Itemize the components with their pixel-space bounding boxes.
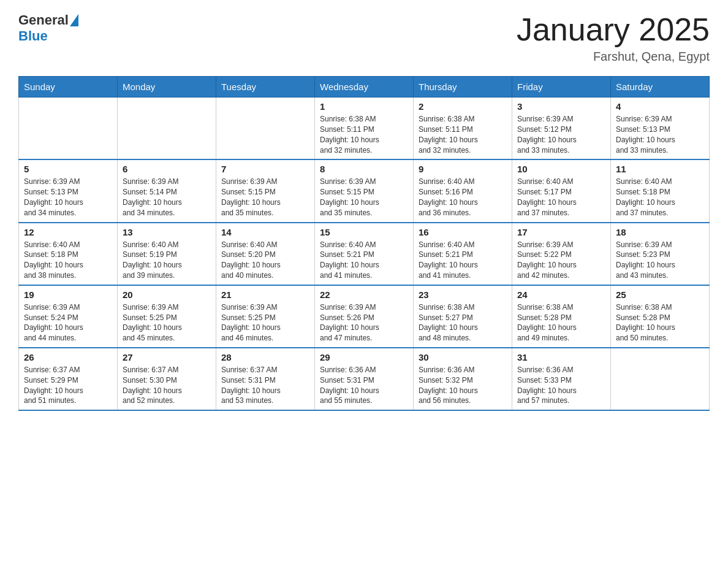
day-number: 27 <box>123 352 211 362</box>
table-row <box>611 348 710 410</box>
logo-blue-text: Blue <box>18 28 48 44</box>
day-info: Sunrise: 6:39 AM Sunset: 5:23 PM Dayligh… <box>616 240 704 281</box>
table-row: 7Sunrise: 6:39 AM Sunset: 5:15 PM Daylig… <box>216 159 315 222</box>
day-number: 1 <box>320 101 408 112</box>
day-number: 26 <box>24 352 112 362</box>
calendar-week-5: 26Sunrise: 6:37 AM Sunset: 5:29 PM Dayli… <box>19 348 710 410</box>
table-row: 17Sunrise: 6:39 AM Sunset: 5:22 PM Dayli… <box>512 223 611 285</box>
table-row: 9Sunrise: 6:40 AM Sunset: 5:16 PM Daylig… <box>414 159 512 222</box>
day-info: Sunrise: 6:38 AM Sunset: 5:11 PM Dayligh… <box>419 114 507 155</box>
day-number: 19 <box>24 289 112 300</box>
day-number: 15 <box>320 227 408 237</box>
day-number: 18 <box>616 227 704 237</box>
day-info: Sunrise: 6:38 AM Sunset: 5:28 PM Dayligh… <box>517 302 605 343</box>
day-number: 22 <box>320 289 408 300</box>
day-info: Sunrise: 6:39 AM Sunset: 5:22 PM Dayligh… <box>517 240 605 281</box>
day-number: 23 <box>419 289 507 300</box>
location-text: Farshut, Qena, Egypt <box>517 50 710 64</box>
day-info: Sunrise: 6:36 AM Sunset: 5:33 PM Dayligh… <box>517 365 605 406</box>
table-row: 8Sunrise: 6:39 AM Sunset: 5:15 PM Daylig… <box>315 159 414 222</box>
weekday-header-row: SundayMondayTuesdayWednesdayThursdayFrid… <box>19 77 710 98</box>
table-row: 30Sunrise: 6:36 AM Sunset: 5:32 PM Dayli… <box>414 348 512 410</box>
day-number: 9 <box>419 164 507 174</box>
day-info: Sunrise: 6:36 AM Sunset: 5:31 PM Dayligh… <box>320 365 408 406</box>
weekday-header-monday: Monday <box>118 77 216 98</box>
weekday-header-wednesday: Wednesday <box>315 77 414 98</box>
table-row <box>118 98 216 160</box>
day-info: Sunrise: 6:40 AM Sunset: 5:18 PM Dayligh… <box>616 177 704 218</box>
weekday-header-thursday: Thursday <box>414 77 512 98</box>
day-number: 24 <box>517 289 605 300</box>
logo-triangle-icon <box>70 14 78 26</box>
table-row: 10Sunrise: 6:40 AM Sunset: 5:17 PM Dayli… <box>512 159 611 222</box>
table-row: 16Sunrise: 6:40 AM Sunset: 5:21 PM Dayli… <box>414 223 512 285</box>
page-header: General Blue January 2025 Farshut, Qena,… <box>18 12 710 64</box>
day-number: 11 <box>616 164 704 174</box>
day-number: 14 <box>221 227 309 237</box>
day-info: Sunrise: 6:39 AM Sunset: 5:25 PM Dayligh… <box>221 302 309 343</box>
day-number: 10 <box>517 164 605 174</box>
day-info: Sunrise: 6:39 AM Sunset: 5:13 PM Dayligh… <box>616 114 704 155</box>
table-row: 1Sunrise: 6:38 AM Sunset: 5:11 PM Daylig… <box>315 98 414 160</box>
weekday-header-friday: Friday <box>512 77 611 98</box>
day-info: Sunrise: 6:38 AM Sunset: 5:11 PM Dayligh… <box>320 114 408 155</box>
calendar-week-2: 5Sunrise: 6:39 AM Sunset: 5:13 PM Daylig… <box>19 159 710 222</box>
day-number: 31 <box>517 352 605 362</box>
month-title: January 2025 <box>517 12 710 47</box>
calendar-week-1: 1Sunrise: 6:38 AM Sunset: 5:11 PM Daylig… <box>19 98 710 160</box>
day-number: 17 <box>517 227 605 237</box>
weekday-header-tuesday: Tuesday <box>216 77 315 98</box>
table-row: 13Sunrise: 6:40 AM Sunset: 5:19 PM Dayli… <box>118 223 216 285</box>
day-number: 28 <box>221 352 309 362</box>
day-info: Sunrise: 6:39 AM Sunset: 5:26 PM Dayligh… <box>320 302 408 343</box>
table-row: 22Sunrise: 6:39 AM Sunset: 5:26 PM Dayli… <box>315 285 414 348</box>
table-row: 25Sunrise: 6:38 AM Sunset: 5:28 PM Dayli… <box>611 285 710 348</box>
day-info: Sunrise: 6:40 AM Sunset: 5:19 PM Dayligh… <box>123 240 211 281</box>
table-row: 29Sunrise: 6:36 AM Sunset: 5:31 PM Dayli… <box>315 348 414 410</box>
calendar-table: SundayMondayTuesdayWednesdayThursdayFrid… <box>18 76 710 411</box>
day-info: Sunrise: 6:39 AM Sunset: 5:15 PM Dayligh… <box>320 177 408 218</box>
table-row: 6Sunrise: 6:39 AM Sunset: 5:14 PM Daylig… <box>118 159 216 222</box>
day-number: 25 <box>616 289 704 300</box>
day-info: Sunrise: 6:39 AM Sunset: 5:15 PM Dayligh… <box>221 177 309 218</box>
day-info: Sunrise: 6:40 AM Sunset: 5:17 PM Dayligh… <box>517 177 605 218</box>
day-number: 3 <box>517 101 605 112</box>
day-number: 20 <box>123 289 211 300</box>
day-info: Sunrise: 6:38 AM Sunset: 5:28 PM Dayligh… <box>616 302 704 343</box>
day-info: Sunrise: 6:37 AM Sunset: 5:29 PM Dayligh… <box>24 365 112 406</box>
weekday-header-sunday: Sunday <box>19 77 118 98</box>
table-row: 20Sunrise: 6:39 AM Sunset: 5:25 PM Dayli… <box>118 285 216 348</box>
day-info: Sunrise: 6:40 AM Sunset: 5:18 PM Dayligh… <box>24 240 112 281</box>
table-row: 21Sunrise: 6:39 AM Sunset: 5:25 PM Dayli… <box>216 285 315 348</box>
day-info: Sunrise: 6:40 AM Sunset: 5:21 PM Dayligh… <box>419 240 507 281</box>
day-number: 21 <box>221 289 309 300</box>
day-info: Sunrise: 6:39 AM Sunset: 5:12 PM Dayligh… <box>517 114 605 155</box>
table-row <box>216 98 315 160</box>
day-info: Sunrise: 6:38 AM Sunset: 5:27 PM Dayligh… <box>419 302 507 343</box>
day-number: 6 <box>123 164 211 174</box>
calendar-week-4: 19Sunrise: 6:39 AM Sunset: 5:24 PM Dayli… <box>19 285 710 348</box>
day-info: Sunrise: 6:37 AM Sunset: 5:30 PM Dayligh… <box>123 365 211 406</box>
table-row: 3Sunrise: 6:39 AM Sunset: 5:12 PM Daylig… <box>512 98 611 160</box>
table-row: 4Sunrise: 6:39 AM Sunset: 5:13 PM Daylig… <box>611 98 710 160</box>
calendar-week-3: 12Sunrise: 6:40 AM Sunset: 5:18 PM Dayli… <box>19 223 710 285</box>
weekday-header-saturday: Saturday <box>611 77 710 98</box>
day-number: 7 <box>221 164 309 174</box>
table-row <box>19 98 118 160</box>
day-number: 4 <box>616 101 704 112</box>
day-info: Sunrise: 6:39 AM Sunset: 5:24 PM Dayligh… <box>24 302 112 343</box>
calendar-header: SundayMondayTuesdayWednesdayThursdayFrid… <box>19 77 710 98</box>
table-row: 11Sunrise: 6:40 AM Sunset: 5:18 PM Dayli… <box>611 159 710 222</box>
table-row: 2Sunrise: 6:38 AM Sunset: 5:11 PM Daylig… <box>414 98 512 160</box>
day-info: Sunrise: 6:40 AM Sunset: 5:20 PM Dayligh… <box>221 240 309 281</box>
day-info: Sunrise: 6:39 AM Sunset: 5:14 PM Dayligh… <box>123 177 211 218</box>
day-info: Sunrise: 6:39 AM Sunset: 5:25 PM Dayligh… <box>123 302 211 343</box>
day-info: Sunrise: 6:37 AM Sunset: 5:31 PM Dayligh… <box>221 365 309 406</box>
table-row: 19Sunrise: 6:39 AM Sunset: 5:24 PM Dayli… <box>19 285 118 348</box>
table-row: 31Sunrise: 6:36 AM Sunset: 5:33 PM Dayli… <box>512 348 611 410</box>
table-row: 23Sunrise: 6:38 AM Sunset: 5:27 PM Dayli… <box>414 285 512 348</box>
table-row: 12Sunrise: 6:40 AM Sunset: 5:18 PM Dayli… <box>19 223 118 285</box>
table-row: 28Sunrise: 6:37 AM Sunset: 5:31 PM Dayli… <box>216 348 315 410</box>
day-number: 5 <box>24 164 112 174</box>
table-row: 5Sunrise: 6:39 AM Sunset: 5:13 PM Daylig… <box>19 159 118 222</box>
